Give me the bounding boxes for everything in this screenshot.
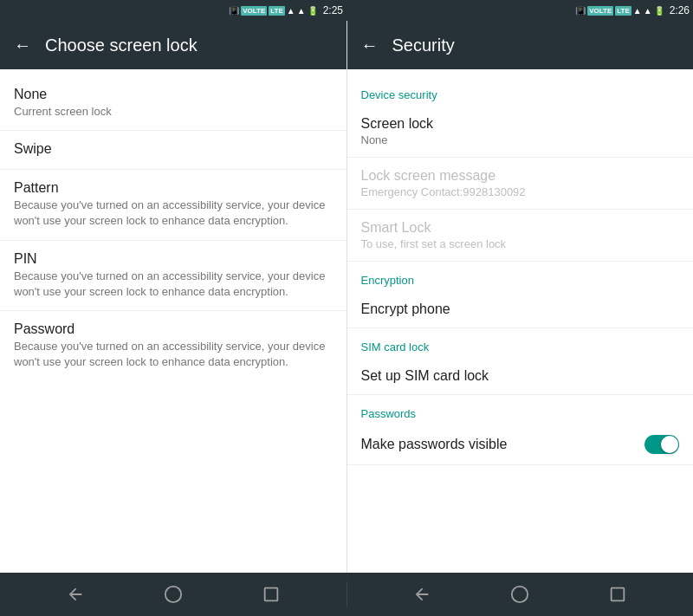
make-passwords-visible-content: Make passwords visible <box>361 437 645 452</box>
smart-lock-content: Smart Lock To use, first set a screen lo… <box>361 220 680 250</box>
signal-icon-right: ▲ <box>633 6 642 16</box>
volte-icon-left: VOLTE <box>241 6 267 16</box>
encryption-header: Encryption <box>347 262 694 291</box>
svg-rect-1 <box>265 588 278 601</box>
setup-sim-lock-item[interactable]: Set up SIM card lock <box>347 358 694 395</box>
make-passwords-visible-item[interactable]: Make passwords visible <box>347 425 694 465</box>
svg-point-0 <box>165 587 181 602</box>
signal2-icon-left: ▲ <box>297 6 306 16</box>
right-panel-header: ← Security <box>347 21 694 69</box>
status-bars: 📳 VOLTE LTE ▲ ▲ 🔋 2:25 📳 VOLTE LTE ▲ ▲ 🔋… <box>0 0 693 21</box>
list-item-password[interactable]: Password Because you've turned on an acc… <box>0 311 346 380</box>
smart-lock-title: Smart Lock <box>361 220 680 236</box>
list-item-pin[interactable]: PIN Because you've turned on an accessib… <box>0 241 346 311</box>
pattern-subtitle: Because you've turned on an accessibilit… <box>14 198 333 229</box>
status-icons-left: 📳 VOLTE LTE ▲ ▲ 🔋 <box>229 6 317 16</box>
nav-bar-right <box>347 573 694 616</box>
password-subtitle: Because you've turned on an accessibilit… <box>14 339 333 370</box>
list-item-swipe[interactable]: Swipe <box>0 131 346 170</box>
screen-lock-list: None Current screen lock Swipe Pattern B… <box>0 69 346 573</box>
setup-sim-lock-title: Set up SIM card lock <box>361 368 680 384</box>
encrypt-phone-item[interactable]: Encrypt phone <box>347 291 694 328</box>
nav-bar-left <box>0 573 346 616</box>
screen-lock-title: Screen lock <box>361 116 680 132</box>
passwords-header: Passwords <box>347 395 694 425</box>
status-bar-left: 📳 VOLTE LTE ▲ ▲ 🔋 2:25 <box>0 0 346 21</box>
svg-rect-3 <box>612 588 625 601</box>
signal2-icon-right: ▲ <box>644 6 652 16</box>
time-right: 2:26 <box>670 4 690 16</box>
encrypt-phone-content: Encrypt phone <box>361 302 680 317</box>
home-button-left[interactable] <box>164 585 183 604</box>
setup-sim-lock-content: Set up SIM card lock <box>361 368 680 384</box>
left-back-button[interactable]: ← <box>14 36 31 55</box>
right-panel: ← Security Device security Screen lock N… <box>347 21 694 573</box>
passwords-visible-toggle[interactable] <box>644 435 679 454</box>
left-panel-title: Choose screen lock <box>45 36 198 55</box>
make-passwords-visible-title: Make passwords visible <box>361 437 645 452</box>
none-title: None <box>14 87 333 102</box>
none-subtitle: Current screen lock <box>14 104 333 120</box>
security-list: Device security Screen lock None Lock sc… <box>347 69 694 573</box>
battery-icon-right: 🔋 <box>654 6 664 16</box>
battery-icon-left: 🔋 <box>308 6 318 16</box>
lock-screen-message-content: Lock screen message Emergency Contact:99… <box>361 168 680 198</box>
left-panel-header: ← Choose screen lock <box>0 21 346 69</box>
list-item-none[interactable]: None Current screen lock <box>0 76 346 131</box>
pin-subtitle: Because you've turned on an accessibilit… <box>14 269 333 300</box>
time-left: 2:25 <box>323 4 343 16</box>
device-security-header: Device security <box>347 76 694 106</box>
screen-lock-value: None <box>361 133 680 146</box>
back-button-left[interactable] <box>66 585 85 604</box>
recents-button-right[interactable] <box>608 585 627 604</box>
volte-icon-right: VOLTE <box>587 6 613 16</box>
screen-lock-item[interactable]: Screen lock None <box>347 106 694 158</box>
left-panel: ← Choose screen lock None Current screen… <box>0 21 347 573</box>
lock-screen-message-value: Emergency Contact:9928130092 <box>361 185 680 198</box>
device-security-label: Device security <box>361 88 437 101</box>
passwords-label: Passwords <box>361 407 417 420</box>
lock-screen-message-item: Lock screen message Emergency Contact:99… <box>347 158 694 210</box>
right-panel-title: Security <box>392 36 455 55</box>
sim-card-lock-header: SIM card lock <box>347 328 694 358</box>
home-button-right[interactable] <box>510 585 529 604</box>
encryption-label: Encryption <box>361 274 414 287</box>
nav-bars <box>0 573 693 616</box>
screen-lock-content: Screen lock None <box>361 116 680 146</box>
swipe-title: Swipe <box>14 141 333 157</box>
list-item-pattern[interactable]: Pattern Because you've turned on an acce… <box>0 170 346 240</box>
back-button-right[interactable] <box>412 585 431 604</box>
signal-icon-left: ▲ <box>287 6 295 16</box>
smart-lock-item: Smart Lock To use, first set a screen lo… <box>347 210 694 262</box>
status-icons-right: 📳 VOLTE LTE ▲ ▲ 🔋 <box>575 6 664 16</box>
lte-icon-left: LTE <box>269 6 285 16</box>
smart-lock-value: To use, first set a screen lock <box>361 237 680 250</box>
vibrate-icon-right: 📳 <box>575 6 586 16</box>
right-back-button[interactable]: ← <box>361 36 379 55</box>
pin-title: PIN <box>14 251 333 267</box>
lock-screen-message-title: Lock screen message <box>361 168 680 184</box>
svg-point-2 <box>512 587 528 602</box>
main-content: ← Choose screen lock None Current screen… <box>0 21 693 573</box>
password-title: Password <box>14 321 333 337</box>
sim-card-lock-label: SIM card lock <box>361 340 430 353</box>
recents-button-left[interactable] <box>262 585 281 604</box>
status-bar-right: 📳 VOLTE LTE ▲ ▲ 🔋 2:26 <box>346 0 693 21</box>
pattern-title: Pattern <box>14 180 333 196</box>
encrypt-phone-title: Encrypt phone <box>361 302 680 317</box>
vibrate-icon-left: 📳 <box>229 6 239 16</box>
toggle-knob <box>661 436 678 453</box>
lte-icon-right: LTE <box>615 6 631 16</box>
